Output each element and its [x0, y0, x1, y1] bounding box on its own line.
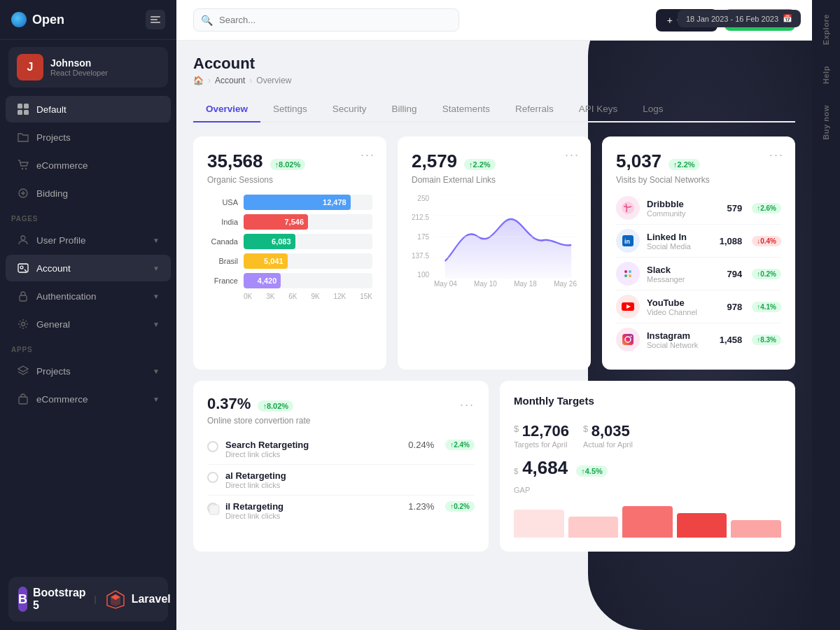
sidebar-item-projects-app[interactable]: Projects ▼ [6, 358, 171, 384]
tab-billing[interactable]: Billing [379, 97, 430, 122]
tab-overview[interactable]: Overview [193, 97, 260, 122]
tab-security[interactable]: Security [320, 97, 379, 122]
svg-rect-1 [150, 19, 158, 20]
monthly-targets-card: Monthly Targets $ 12,706 Targets for Apr… [500, 381, 795, 552]
linkedin-icon: in [616, 229, 640, 253]
sidebar-item-bidding[interactable]: Bidding [6, 180, 171, 206]
svg-rect-34 [209, 505, 219, 514]
retarget-row-search: Search Retargeting Direct link clicks 0.… [207, 434, 475, 465]
instagram-value: 1,458 [720, 335, 743, 345]
svg-point-7 [22, 168, 23, 169]
retarget-pct-3: 1.23% [408, 501, 434, 512]
sidebar: Open J Johnson React Developer Default [0, 0, 176, 630]
svg-point-10 [21, 236, 25, 240]
sidebar-item-ecommerce-app[interactable]: eCommerce ▼ [6, 386, 171, 412]
tab-settings[interactable]: Settings [260, 97, 320, 122]
laravel-icon [105, 587, 126, 612]
stat-menu-links[interactable]: ··· [565, 148, 580, 162]
app-name: Open [32, 13, 64, 27]
explore-button[interactable]: Explore [822, 14, 830, 45]
buy-now-button[interactable]: Buy now [822, 105, 830, 140]
lock-icon [17, 290, 29, 302]
sidebar-item-label: User Profile [36, 235, 146, 246]
avatar: J [17, 54, 43, 80]
monthly-actual-block: $ 8,035 Actual for April [583, 422, 633, 449]
user-info: Johnson React Developer [50, 57, 108, 77]
bar-row-brasil: Brasil 5,041 [207, 253, 372, 269]
apps-section-label: APPS [0, 339, 176, 356]
gavel-icon [17, 187, 29, 200]
stat-value-social: 5,037 [616, 150, 662, 172]
bar-chart: USA 12,478 India 7,546 [207, 195, 372, 300]
breadcrumb-current: Overview [256, 76, 291, 85]
sidebar-item-authentication[interactable]: Authentication ▼ [6, 283, 171, 309]
search-icon: 🔍 [201, 15, 213, 26]
cart-icon [17, 159, 29, 172]
bootstrap-label: Bootstrap 5 [33, 587, 86, 612]
stat-card-sessions: 35,568 ↑8.02% Organic Sessions ··· USA 1… [193, 136, 386, 370]
bar-track-brasil: 5,041 [244, 253, 372, 269]
svg-point-28 [629, 274, 631, 277]
app-logo[interactable]: Open [11, 12, 64, 27]
svg-rect-31 [622, 334, 634, 345]
search-input[interactable] [193, 8, 459, 31]
settings-icon [17, 318, 29, 330]
retarget-check-3 [207, 503, 218, 514]
conversion-badge: ↑8.02% [258, 400, 293, 412]
stat-label-sessions: Organic Sessions [207, 175, 372, 185]
slack-value: 794 [727, 269, 743, 279]
conversion-menu[interactable]: ··· [460, 398, 475, 412]
retarget-row-3: il Retargeting Direct link clicks 1.23% … [207, 496, 475, 526]
tab-logs[interactable]: Logs [630, 97, 676, 122]
bottom-row: 0.37% ↑8.02% ··· Online store convertion… [193, 381, 795, 552]
date-range-text: 18 Jan 2023 - 16 Feb 2023 [686, 15, 778, 23]
sidebar-item-ecommerce[interactable]: eCommerce [6, 152, 171, 178]
stat-menu-social[interactable]: ··· [769, 148, 784, 162]
breadcrumb-account[interactable]: Account [215, 76, 245, 85]
sidebar-item-user-profile[interactable]: User Profile ▼ [6, 227, 171, 253]
svg-rect-13 [20, 295, 27, 301]
laravel-label: Laravel [132, 593, 171, 606]
tab-referrals[interactable]: Referrals [503, 97, 566, 122]
svg-rect-6 [24, 110, 29, 115]
chevron-down-icon: ▼ [153, 293, 160, 300]
conversion-value: 0.37% [207, 395, 251, 413]
bar-fill-france: 4,420 [244, 273, 281, 288]
sidebar-item-label: Account [36, 263, 146, 274]
home-icon: 🏠 [193, 76, 204, 85]
svg-point-8 [25, 168, 27, 169]
chevron-down-icon: ▼ [153, 265, 160, 272]
bar-fill-india: 7,546 [244, 214, 308, 230]
gap-badge: ↑4.5% [576, 465, 608, 477]
help-button[interactable]: Help [822, 66, 830, 84]
dribbble-name: Dribbble Community [647, 199, 720, 218]
bar-label-india: India [207, 218, 238, 226]
sidebar-item-projects[interactable]: Projects [6, 124, 171, 150]
line-chart: 250 212.5 175 137.5 100 [412, 195, 577, 288]
sidebar-item-account[interactable]: Account ▼ [6, 255, 171, 281]
tab-api-keys[interactable]: API Keys [566, 97, 631, 122]
linkedin-badge: ↓0.4% [752, 236, 781, 246]
sidebar-item-label: eCommerce [36, 160, 160, 171]
stat-menu-sessions[interactable]: ··· [360, 148, 375, 162]
chevron-down-icon: ▼ [153, 237, 160, 244]
stat-card-social: 5,037 ↑2.2% Visits by Social Networks ··… [602, 136, 795, 370]
sidebar-header: Open [0, 0, 176, 40]
plus-icon: + [667, 15, 673, 26]
sidebar-scroll: Default Projects eCommerce Bidding PAGES [0, 94, 176, 577]
page-content: Account 🏠 › Account › Overview Overview … [176, 41, 812, 630]
sidebar-toggle-button[interactable] [146, 10, 165, 29]
tab-statements[interactable]: Statements [430, 97, 503, 122]
user-card[interactable]: J Johnson React Developer [8, 47, 168, 88]
search-wrap: 🔍 [193, 8, 459, 31]
monthly-targets-label: Targets for April [514, 440, 569, 449]
page-header: Account 🏠 › Account › Overview [193, 55, 795, 85]
sidebar-item-default[interactable]: Default [6, 96, 171, 122]
svg-point-14 [22, 323, 25, 326]
dribbble-value: 579 [727, 203, 743, 214]
pages-section-label: PAGES [0, 208, 176, 225]
stats-row: 35,568 ↑8.02% Organic Sessions ··· USA 1… [193, 136, 795, 370]
sidebar-item-general[interactable]: General ▼ [6, 311, 171, 337]
stat-badge-links: ↑2.2% [464, 159, 496, 170]
monthly-targets-value: 12,706 [522, 422, 569, 440]
